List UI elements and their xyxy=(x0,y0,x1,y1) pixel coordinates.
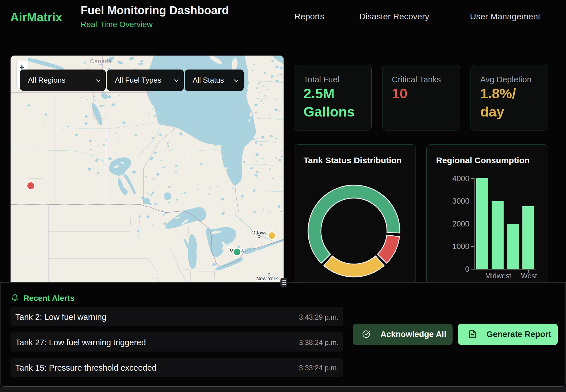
svg-text:West: West xyxy=(521,272,537,280)
svg-text:Canada: Canada xyxy=(90,58,112,64)
svg-text:4000: 4000 xyxy=(452,174,469,183)
svg-text:Ottawa: Ottawa xyxy=(251,230,268,236)
svg-text:0: 0 xyxy=(465,265,469,273)
svg-text:2000: 2000 xyxy=(452,220,469,228)
svg-text:Midwest: Midwest xyxy=(485,272,511,280)
svg-text:3000: 3000 xyxy=(452,197,469,205)
svg-text:1000: 1000 xyxy=(452,242,469,251)
svg-text:New York: New York xyxy=(256,276,278,281)
